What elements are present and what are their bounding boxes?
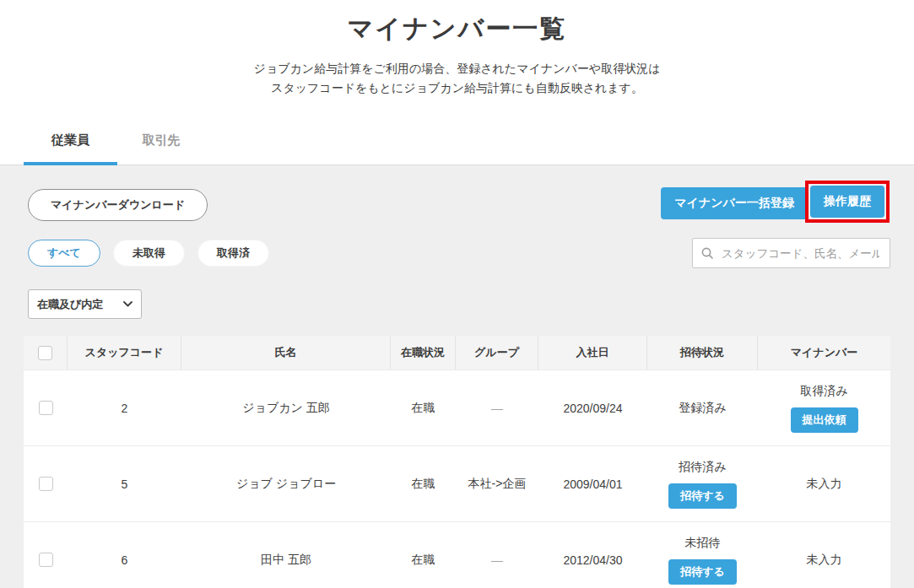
mynumber-table: スタッフコード 氏名 在職状況 グループ 入社日 招待状況 マイナンバー 2 ジ… [24, 336, 890, 588]
employment-status-cell: 在職 [391, 370, 456, 445]
header-mynumber: マイナンバー [758, 336, 890, 370]
group-cell: — [491, 402, 503, 415]
header-staff-code: スタッフコード [68, 336, 181, 370]
invite-status-text: 登録済み [679, 401, 726, 416]
invite-status-text: 招待済み [679, 460, 726, 475]
select-all-checkbox[interactable] [38, 346, 52, 360]
chevron-down-icon [123, 301, 133, 307]
row-checkbox[interactable] [39, 401, 53, 415]
tab-business-partners[interactable]: 取引先 [122, 118, 200, 165]
submit-request-button[interactable]: 提出依頼 [791, 407, 858, 433]
tab-bar: 従業員 取引先 [24, 118, 200, 165]
header-employment-status: 在職状況 [391, 336, 456, 370]
staff-code-cell: 5 [68, 446, 181, 521]
filter-pill-acquired[interactable]: 取得済 [197, 240, 269, 267]
status-filter-pills: すべて 未取得 取得済 [28, 240, 269, 267]
staff-code-cell: 6 [68, 522, 181, 588]
operation-history-button[interactable]: 操作履歴 [810, 186, 884, 218]
staff-code-cell: 2 [68, 370, 181, 445]
filter-pill-all[interactable]: すべて [28, 240, 100, 267]
mynumber-status-text: 取得済み [800, 384, 847, 399]
employment-status-select[interactable]: 在職及び内定 [28, 289, 142, 319]
hire-date-cell: 2009/04/01 [538, 446, 647, 521]
page-title: マイナンバー一覧 [0, 12, 914, 46]
row-checkbox[interactable] [39, 553, 53, 567]
header-hire-date: 入社日 [538, 336, 647, 370]
hire-date-cell: 2012/04/30 [538, 522, 647, 588]
description-line-1: ジョブカン給与計算をご利用の場合、登録されたマイナンバーや取得状況は [254, 62, 661, 75]
employment-status-cell: 在職 [391, 446, 456, 521]
table-row: 6 田中 五郎 在職 — 2012/04/30 未招待 招待する 未入力 [24, 521, 890, 588]
employment-status-select-value: 在職及び内定 [37, 297, 103, 312]
description-line-2: スタッフコードをもとにジョブカン給与計算にも自動反映されます。 [271, 81, 643, 94]
annotation-highlight-box: 操作履歴 [805, 181, 890, 223]
page-description: ジョブカン給与計算をご利用の場合、登録されたマイナンバーや取得状況は スタッフコ… [0, 59, 914, 98]
invite-button[interactable]: 招待する [668, 483, 737, 509]
table-row: 5 ジョブ ジョブロー 在職 本社->企画 2009/04/01 招待済み 招待… [24, 445, 890, 521]
filter-pill-not-acquired[interactable]: 未取得 [113, 240, 185, 267]
header-invite-status: 招待状況 [647, 336, 758, 370]
mynumber-status-text: 未入力 [807, 477, 842, 492]
group-cell: — [491, 553, 503, 567]
invite-status-text: 未招待 [685, 536, 721, 551]
mynumber-bulk-register-button[interactable]: マイナンバー一括登録 [661, 187, 808, 219]
invite-button[interactable]: 招待する [668, 559, 737, 585]
search-box [692, 238, 890, 268]
mynumber-download-button[interactable]: マイナンバーダウンロード [28, 189, 208, 221]
select-all-cell [24, 336, 68, 370]
mynumber-list-page: マイナンバー一覧 ジョブカン給与計算をご利用の場合、登録されたマイナンバーや取得… [0, 0, 914, 588]
mynumber-status-text: 未入力 [807, 553, 842, 568]
search-icon [701, 247, 713, 259]
header-name: 氏名 [181, 336, 391, 370]
group-cell: 本社->企画 [456, 446, 538, 521]
name-cell: ジョブカン 五郎 [181, 370, 391, 445]
name-cell: 田中 五郎 [181, 522, 391, 588]
name-cell: ジョブ ジョブロー [181, 446, 391, 521]
row-checkbox[interactable] [39, 477, 53, 491]
employment-status-cell: 在職 [391, 522, 456, 588]
search-input[interactable] [720, 246, 881, 261]
hire-date-cell: 2020/09/24 [538, 370, 647, 445]
table-row: 2 ジョブカン 五郎 在職 — 2020/09/24 登録済み 取得済み 提出依… [24, 370, 890, 445]
table-header-row: スタッフコード 氏名 在職状況 グループ 入社日 招待状況 マイナンバー [24, 336, 890, 370]
header-group: グループ [456, 336, 538, 370]
tab-employees[interactable]: 従業員 [24, 118, 117, 165]
